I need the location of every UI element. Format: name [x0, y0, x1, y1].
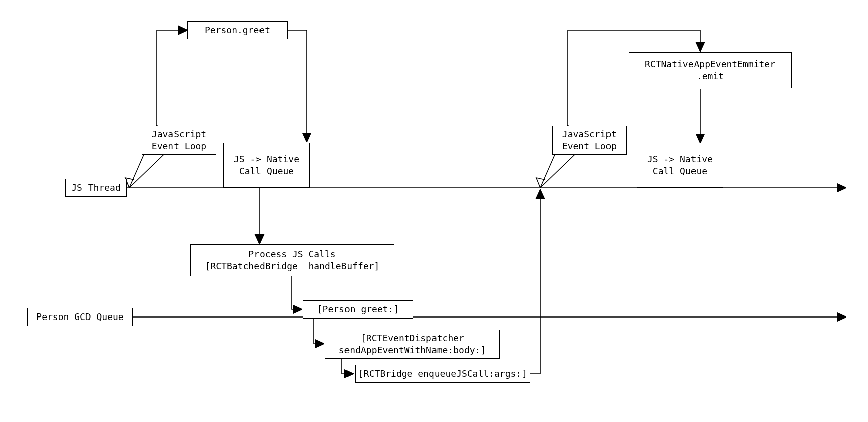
js-event-loop-1: JavaScript Event Loop [142, 126, 216, 155]
js-native-queue-2: JS -> Native Call Queue [637, 143, 723, 188]
person-greet-box: Person.greet [187, 21, 288, 39]
enqueue-jscall-box: [RCTBridge enqueueJSCall:args:] [355, 365, 530, 383]
person-gcd-queue-label: Person GCD Queue [27, 308, 133, 326]
js-event-loop-2: JavaScript Event Loop [552, 126, 627, 155]
native-emit-box: RCTNativeAppEventEmmiter .emit [629, 52, 792, 88]
diagram-canvas: JS Thread Person GCD Queue Person.greet … [0, 0, 868, 422]
js-thread-label: JS Thread [65, 179, 127, 197]
js-native-queue-1: JS -> Native Call Queue [223, 143, 310, 188]
person-greet-native-box: [Person greet:] [303, 300, 413, 319]
process-js-calls-box: Process JS Calls [RCTBatchedBridge _hand… [190, 244, 394, 276]
event-dispatcher-box: [RCTEventDispatcher sendAppEventWithName… [325, 330, 500, 359]
